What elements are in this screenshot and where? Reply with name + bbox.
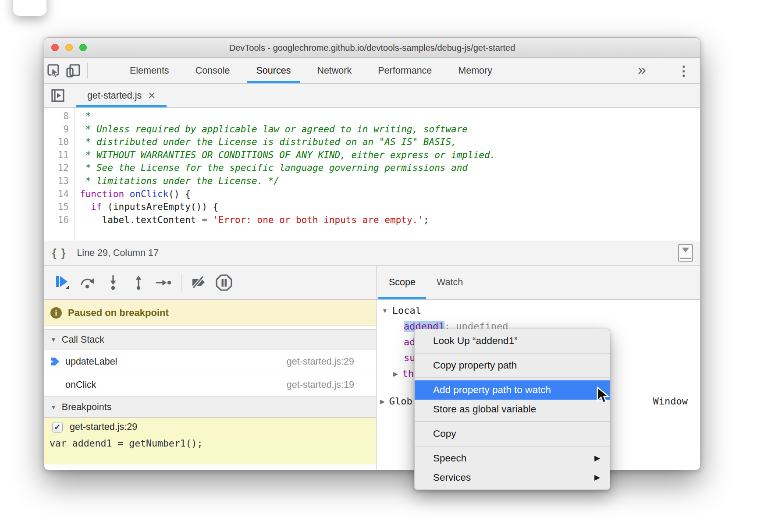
sources-file-tabbar: get-started.js × (44, 84, 700, 108)
tab-memory[interactable]: Memory (445, 58, 505, 83)
breakpoint-source-line: var addend1 = getNumber1(); (44, 438, 376, 449)
editor-status-bar: { } Line 29, Column 17 (44, 241, 700, 266)
code-editor: 8 * 9 * Unless required by applicable la… (44, 108, 700, 241)
code-line: 10 * distributed under the License is di… (44, 136, 700, 149)
code-line: 13 * limitations under the License. */ (44, 175, 700, 188)
tab-network[interactable]: Network (304, 58, 365, 83)
step-button[interactable] (151, 273, 177, 292)
menu-item-speech[interactable]: Speech ▶ (415, 449, 610, 468)
menu-separator (415, 443, 610, 449)
line-number[interactable]: 13 (44, 175, 74, 188)
step-out-button[interactable] (126, 273, 151, 292)
line-number[interactable]: 10 (44, 136, 74, 149)
menu-item-copy[interactable]: Copy (415, 424, 610, 443)
menu-item-look-up[interactable]: Look Up “addend1” (415, 331, 610, 351)
scope-section-local[interactable]: ▼ Local (382, 305, 421, 316)
hide-debugger-panel-icon[interactable] (678, 244, 693, 262)
debugger-sidebar: i Paused on breakpoint ▼ Call Stack upda… (44, 266, 377, 470)
triangle-right-icon[interactable]: ▶ (393, 370, 398, 377)
line-number[interactable]: 8 (44, 110, 74, 123)
close-file-tab-icon[interactable]: × (148, 90, 155, 102)
line-number[interactable]: 11 (44, 149, 74, 162)
line-number[interactable]: 9 (44, 123, 74, 136)
step-over-button[interactable] (75, 273, 100, 292)
line-number[interactable]: 16 (44, 214, 74, 227)
resume-script-button[interactable] (50, 273, 75, 292)
toolbar-separator-right (662, 63, 662, 78)
line-number[interactable]: 12 (44, 162, 74, 175)
code-line: 8 * (44, 110, 700, 123)
toolbar-separator (87, 63, 88, 78)
call-stack-frame-current[interactable]: updateLabel get-started.js:29 (44, 350, 376, 373)
code-line: 11 * WITHOUT WARRANTIES OR CONDITIONS OF… (44, 149, 700, 162)
tab-console[interactable]: Console (182, 58, 243, 83)
line-number[interactable]: 14 (44, 188, 74, 201)
menu-item-copy-property-path[interactable]: Copy property path (415, 356, 610, 375)
tab-elements[interactable]: Elements (117, 58, 182, 83)
menu-separator (415, 375, 610, 380)
pause-on-exceptions-button[interactable] (211, 273, 237, 292)
file-tab-get-started[interactable]: get-started.js × (76, 84, 167, 107)
panel-tabs: Elements Console Sources Network Perform… (117, 58, 505, 83)
file-tab-label: get-started.js (87, 90, 142, 101)
devtools-menu-icon[interactable]: ⋮ (667, 58, 700, 83)
scope-var-partial-expandable[interactable]: ▶ th (393, 368, 414, 379)
cursor-position-text: Line 29, Column 17 (77, 248, 158, 259)
scope-var-partial[interactable]: ad (404, 337, 416, 348)
paused-message-bar: i Paused on breakpoint (44, 300, 376, 326)
submenu-arrow-icon: ▶ (594, 449, 600, 468)
menu-separator (415, 351, 610, 356)
deactivate-breakpoints-button[interactable] (186, 273, 211, 292)
triangle-down-icon[interactable]: ▼ (382, 307, 388, 314)
mouse-cursor (596, 387, 611, 405)
menu-item-add-property-path-to-watch[interactable]: Add property path to watch (415, 380, 610, 400)
paused-message: Paused on breakpoint (68, 307, 169, 319)
tab-scope[interactable]: Scope (378, 266, 426, 299)
triangle-down-icon (682, 248, 689, 252)
global-scope-value: Window (653, 396, 688, 407)
background-window-corner-shadow (13, 0, 46, 16)
titlebar[interactable]: DevTools - googlechrome.github.io/devtoo… (44, 38, 700, 58)
menu-item-services[interactable]: Services ▶ (415, 468, 610, 487)
menu-item-store-as-global-variable[interactable]: Store as global variable (415, 400, 610, 419)
breakpoint-location: get-started.js:29 (70, 422, 137, 433)
more-tabs-icon[interactable]: » (638, 58, 657, 83)
screenshot-canvas: DevTools - googlechrome.github.io/devtoo… (0, 0, 764, 532)
tab-performance[interactable]: Performance (365, 58, 445, 83)
call-stack-header[interactable]: ▼ Call Stack (44, 329, 376, 350)
scope-section-global[interactable]: ▶ Glob (380, 396, 412, 407)
current-frame-arrow-icon (50, 356, 61, 367)
call-stack-frame[interactable]: onClick get-started.js:19 (44, 373, 376, 397)
pretty-print-icon[interactable]: { } (52, 247, 66, 259)
scope-watch-tabs: Scope Watch (377, 266, 700, 300)
tab-watch[interactable]: Watch (426, 266, 473, 299)
code-line: 14 function onClick() { (44, 188, 700, 201)
scope-var-partial[interactable]: su (404, 352, 416, 363)
breakpoint-checkbox-checked[interactable]: ✓ (52, 422, 63, 433)
info-icon: i (50, 307, 62, 319)
code-line: 12 * See the License for the specific la… (44, 162, 700, 175)
code-line: 9 * Unless required by applicable law or… (44, 123, 700, 136)
debugger-toolbar (44, 266, 376, 300)
debugger-toolbar-separator (181, 274, 181, 291)
breakpoint-entry[interactable]: ✓ get-started.js:29 var addend1 = getNum… (44, 418, 376, 465)
tab-sources[interactable]: Sources (243, 58, 304, 83)
window-title: DevTools - googlechrome.github.io/devtoo… (44, 38, 700, 58)
submenu-arrow-icon: ▶ (594, 468, 600, 487)
device-toolbar-icon[interactable] (64, 58, 83, 83)
inspect-element-icon[interactable] (44, 58, 64, 83)
menu-separator (415, 419, 610, 424)
triangle-right-icon[interactable]: ▶ (380, 398, 385, 405)
step-into-button[interactable] (100, 273, 126, 292)
triangle-down-icon[interactable]: ▼ (50, 336, 57, 343)
context-menu: Look Up “addend1” Copy property path Add… (414, 329, 610, 490)
show-navigator-icon[interactable] (44, 84, 71, 107)
main-toolbar: Elements Console Sources Network Perform… (44, 58, 700, 84)
code-line: 15 if (inputsAreEmpty()) { (44, 201, 700, 214)
code-line: 16 label.textContent = 'Error: one or bo… (44, 214, 700, 227)
triangle-down-icon[interactable]: ▼ (50, 404, 57, 411)
breakpoints-header[interactable]: ▼ Breakpoints (44, 397, 376, 418)
line-number[interactable]: 15 (44, 201, 74, 214)
